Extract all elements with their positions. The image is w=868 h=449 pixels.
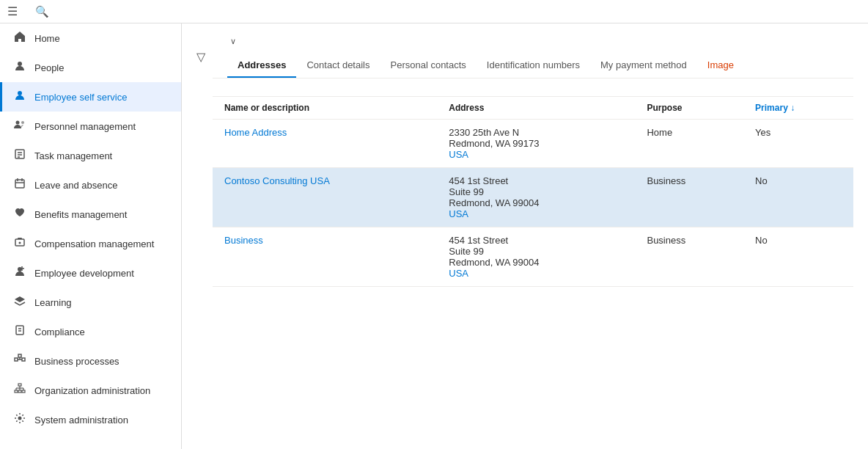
purpose-cell: Business [635,168,743,227]
sidebar-item-home[interactable]: Home [0,23,181,53]
col-header-address: Address [437,97,635,120]
tab-my-payment-method[interactable]: My payment method [590,54,697,78]
organization-administration-icon [12,383,27,398]
sidebar-item-people[interactable]: People [0,53,181,82]
benefits-management-icon [12,207,27,222]
tabs: AddressesContact detailsPersonal contact… [227,54,839,78]
sidebar-item-label-compensation-management: Compensation management [34,238,154,249]
sidebar-item-label-compliance: Compliance [34,326,85,337]
view-selector[interactable]: ∨ [227,37,839,46]
task-management-icon [12,148,27,163]
chevron-down-icon: ∨ [230,37,236,46]
toolbar [213,79,853,97]
tab-contact-details[interactable]: Contact details [296,54,380,78]
people-icon [12,60,27,75]
home-icon [12,31,27,45]
primary-cell: No [743,227,853,287]
sidebar-item-label-business-processes: Business processes [34,356,119,367]
content-header: ∨ AddressesContact detailsPersonal conta… [213,29,853,79]
more-options-button[interactable] [267,84,282,90]
svg-rect-28 [22,390,25,393]
tab-personal-contacts[interactable]: Personal contacts [380,54,476,78]
sidebar-item-organization-administration[interactable]: Organization administration [0,376,181,405]
sidebar-item-label-people: People [34,62,64,73]
filter-icon[interactable]: ▽ [196,29,205,64]
svg-point-13 [19,242,21,244]
address-name-cell[interactable]: Contoso Consulting USA [213,168,437,227]
search-icon[interactable]: 🔍 [35,5,49,18]
primary-cell: No [743,168,853,227]
svg-point-2 [16,121,20,125]
compliance-icon [12,324,27,339]
learning-icon [12,295,27,310]
svg-rect-17 [16,326,23,335]
svg-point-3 [21,121,24,124]
address-cell: 454 1st StreetSuite 99Redmond, WA 99004U… [437,168,635,227]
sidebar-item-business-processes[interactable]: Business processes [0,346,181,376]
sidebar-item-label-learning: Learning [34,297,72,308]
tab-identification-numbers[interactable]: Identification numbers [477,54,590,78]
sidebar-item-task-management[interactable]: Task management [0,141,181,170]
col-header-name: Name or description [213,97,437,120]
address-cell: 454 1st StreetSuite 99Redmond, WA 99004U… [437,227,635,287]
sidebar-item-benefits-management[interactable]: Benefits management [0,200,181,229]
compensation-management-icon [12,236,27,251]
system-administration-icon [12,412,27,427]
svg-rect-22 [18,354,21,357]
content-area: ▽ ∨ AddressesContact detailsPersonal con… [182,23,868,449]
employee-self-service-icon [12,90,27,104]
col-header-primary[interactable]: Primary ↓ [743,97,853,120]
sidebar-item-label-benefits-management: Benefits management [34,209,127,220]
table-row[interactable]: Contoso Consulting USA454 1st StreetSuit… [213,168,853,227]
svg-rect-21 [22,358,25,361]
svg-point-1 [18,91,22,95]
purpose-cell: Business [635,227,743,287]
table-container: Name or descriptionAddressPurposePrimary… [213,97,853,287]
content-main: ∨ AddressesContact detailsPersonal conta… [213,29,853,287]
sidebar-item-personnel-management[interactable]: Personnel management [0,112,181,141]
svg-point-14 [18,267,22,271]
sidebar-item-label-task-management: Task management [34,150,112,161]
svg-point-0 [18,62,22,66]
sidebar-item-learning[interactable]: Learning [0,288,181,317]
svg-rect-27 [18,390,21,393]
sidebar-item-system-administration[interactable]: System administration [0,405,181,434]
sidebar-item-label-employee-self-service: Employee self service [34,92,127,103]
sidebar-item-employee-self-service[interactable]: Employee self service [0,82,181,112]
address-name-cell[interactable]: Business [213,227,437,287]
svg-rect-8 [15,180,24,188]
tab-image[interactable]: Image [697,54,744,78]
tab-addresses[interactable]: Addresses [227,54,296,78]
svg-point-34 [18,417,22,420]
col-header-purpose: Purpose [635,97,743,120]
table-row[interactable]: Business454 1st StreetSuite 99Redmond, W… [213,227,853,287]
primary-cell: Yes [743,120,853,168]
svg-rect-25 [18,384,21,386]
add-button[interactable] [227,84,239,90]
sidebar-item-label-home: Home [34,33,60,44]
address-cell: 2330 25th Ave NRedmond, WA 99173USA [437,120,635,168]
sidebar-item-leave-and-absence[interactable]: Leave and absence [0,170,181,200]
sidebar-item-label-system-administration: System administration [34,415,128,426]
table-row[interactable]: Home Address2330 25th Ave NRedmond, WA 9… [213,120,853,168]
address-name-cell[interactable]: Home Address [213,120,437,168]
employee-development-icon [12,266,27,280]
sidebar-item-label-organization-administration: Organization administration [34,385,150,396]
svg-rect-20 [15,358,18,361]
personnel-management-icon [12,119,27,134]
purpose-cell: Home [635,120,743,168]
map-button[interactable] [254,84,265,90]
sidebar-item-label-employee-development: Employee development [34,268,134,279]
sidebar-item-label-personnel-management: Personnel management [34,121,136,132]
content-top-bar: ▽ ∨ AddressesContact detailsPersonal con… [182,23,868,287]
menu-icon[interactable]: ☰ [7,4,18,18]
edit-button[interactable] [240,84,252,90]
sidebar-item-compensation-management[interactable]: Compensation management [0,229,181,258]
sidebar-item-employee-development[interactable]: Employee development [0,258,181,288]
top-bar: ☰ 🔍 [0,0,868,23]
sidebar-item-label-leave-and-absence: Leave and absence [34,180,117,191]
business-processes-icon [12,354,27,368]
sidebar-item-compliance[interactable]: Compliance [0,317,181,346]
addresses-table: Name or descriptionAddressPurposePrimary… [213,97,853,287]
svg-rect-26 [15,390,18,393]
